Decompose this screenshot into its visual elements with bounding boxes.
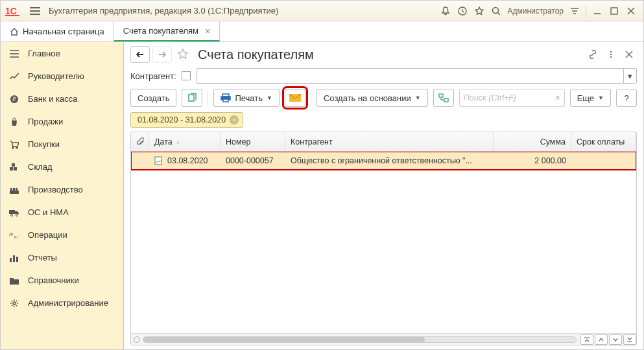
nav-forward-button[interactable]: [152, 46, 172, 63]
svg-text:Дт: Дт: [9, 232, 14, 236]
sidebar-item-purchases[interactable]: Покупки: [1, 133, 123, 156]
star-icon[interactable]: [471, 3, 488, 19]
link-icon[interactable]: [585, 47, 601, 62]
settings-icon[interactable]: [566, 3, 583, 19]
sidebar-item-label: Отчеты: [28, 253, 57, 262]
panel-close-icon[interactable]: [621, 47, 637, 62]
create-based-button[interactable]: Создать на основании▼: [316, 89, 428, 107]
related-button[interactable]: [433, 89, 454, 107]
more-button[interactable]: Еще▼: [570, 89, 611, 107]
sidebar-item-production[interactable]: Производство: [1, 178, 123, 201]
search-input[interactable]: ×: [459, 89, 565, 107]
scroll-origin-icon[interactable]: [134, 336, 140, 343]
print-button[interactable]: Печать▼: [213, 89, 280, 107]
sidebar-item-label: Операции: [28, 230, 67, 240]
sidebar-item-label: Банк и касса: [28, 94, 78, 104]
table-row[interactable]: 03.08.2020 0000-000057 Общество с ограни…: [131, 152, 636, 170]
sidebar-item-label: ОС и НМА: [28, 207, 69, 217]
content-area: Счета покупателям Контрагент: ▾ Создать …: [124, 42, 643, 349]
bell-icon[interactable]: [437, 3, 454, 19]
tab-invoices-label: Счета покупателям: [123, 26, 198, 36]
sidebar-item-catalogs[interactable]: Справочники: [1, 269, 123, 292]
chart-line-icon: [8, 71, 20, 82]
history-icon[interactable]: [454, 3, 471, 19]
sidebar-item-reports[interactable]: Отчеты: [1, 246, 123, 269]
nav-back-button[interactable]: [130, 46, 150, 63]
tab-home[interactable]: Начальная страница: [1, 21, 114, 41]
more-button-label: Еще: [577, 93, 594, 103]
svg-point-38: [610, 51, 612, 53]
search-clear-icon[interactable]: ×: [555, 93, 560, 102]
help-button[interactable]: ?: [616, 89, 637, 107]
filter-checkbox[interactable]: [182, 71, 191, 80]
sidebar-item-main[interactable]: Главное: [1, 42, 123, 65]
scroll-top-button[interactable]: [580, 334, 593, 345]
scroll-up-button[interactable]: [595, 334, 608, 345]
svg-rect-23: [14, 167, 17, 170]
svg-text:₽: ₽: [12, 96, 16, 102]
list-icon: [8, 48, 20, 60]
cell-sum: 2 000,00: [534, 156, 566, 165]
tab-close-icon[interactable]: ×: [205, 26, 210, 36]
chip-remove-icon[interactable]: ×: [230, 115, 239, 124]
bar-chart-icon: [8, 252, 20, 264]
close-icon[interactable]: [623, 3, 639, 19]
svg-point-39: [610, 54, 612, 56]
date-range-chip[interactable]: 01.08.2020 - 31.08.2020 ×: [130, 112, 243, 128]
column-attachment[interactable]: [131, 132, 149, 151]
column-counterparty[interactable]: Контрагент: [285, 132, 494, 151]
help-button-label: ?: [624, 93, 628, 103]
more-vertical-icon[interactable]: [603, 47, 619, 62]
email-button[interactable]: [285, 89, 305, 107]
home-icon: [10, 27, 19, 36]
user-label[interactable]: Администратор: [507, 6, 564, 16]
sidebar-item-warehouse[interactable]: Склад: [1, 156, 123, 178]
svg-point-6: [493, 7, 499, 13]
scroll-down-button[interactable]: [609, 334, 622, 345]
svg-rect-43: [189, 95, 194, 101]
cell-number: 0000-000057: [226, 156, 274, 165]
tab-home-label: Начальная страница: [23, 27, 104, 36]
scroll-bottom-button[interactable]: [623, 334, 636, 345]
sidebar-item-label: Руководителю: [28, 71, 84, 81]
sidebar-item-label: Производство: [28, 185, 83, 194]
table-scrollbar[interactable]: [131, 333, 636, 345]
sort-down-icon: ↓: [176, 138, 180, 145]
svg-rect-27: [13, 188, 15, 191]
sidebar-item-admin[interactable]: Администрирование: [1, 292, 123, 314]
folder-icon: [8, 275, 20, 286]
titlebar: 1С Бухгалтерия предприятия, редакция 3.0…: [1, 1, 643, 21]
page-title: Счета покупателям: [198, 47, 582, 62]
column-date[interactable]: Дата↓: [149, 132, 221, 151]
scroll-thumb[interactable]: [143, 337, 425, 342]
sidebar-item-assets[interactable]: ОС и НМА: [1, 201, 123, 224]
counterparty-filter-input[interactable]: ▾: [196, 68, 637, 84]
svg-text:1С: 1С: [5, 6, 17, 16]
svg-rect-26: [10, 188, 12, 191]
date-range-text: 01.08.2020 - 31.08.2020: [137, 115, 226, 124]
search-icon[interactable]: [488, 3, 505, 19]
svg-line-7: [498, 12, 501, 15]
svg-rect-22: [10, 167, 13, 170]
menu-icon[interactable]: [27, 3, 43, 19]
column-sum[interactable]: Сумма: [494, 132, 571, 151]
app-logo-icon: 1С: [5, 5, 21, 18]
column-due[interactable]: Срок оплаты: [571, 132, 636, 151]
sidebar-item-manager[interactable]: Руководителю: [1, 65, 123, 88]
maximize-icon[interactable]: [606, 3, 623, 19]
minimize-icon[interactable]: [589, 3, 606, 19]
dropdown-icon[interactable]: ▾: [623, 69, 636, 83]
factory-icon: [8, 184, 20, 196]
copy-button[interactable]: [182, 89, 202, 107]
svg-rect-12: [611, 8, 617, 14]
create-button[interactable]: Создать: [130, 89, 176, 107]
scroll-track[interactable]: [143, 336, 577, 343]
search-field[interactable]: [464, 93, 566, 102]
svg-rect-24: [12, 163, 15, 167]
favorite-star-icon[interactable]: [174, 46, 191, 63]
sidebar-item-sales[interactable]: Продажи: [1, 110, 123, 133]
sidebar-item-operations[interactable]: ДтКтОперации: [1, 224, 123, 246]
sidebar-item-bank[interactable]: ₽Банк и касса: [1, 88, 123, 110]
tab-invoices[interactable]: Счета покупателям ×: [114, 21, 220, 41]
column-number[interactable]: Номер: [221, 132, 285, 151]
